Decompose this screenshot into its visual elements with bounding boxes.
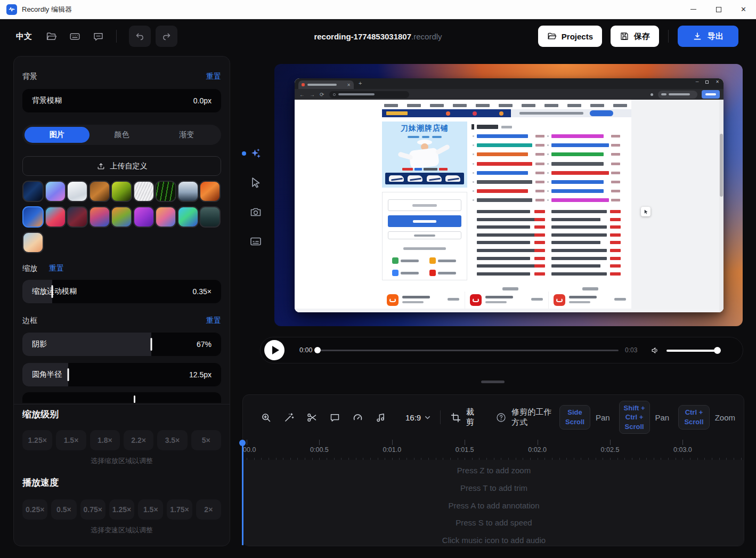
zoom-level-button[interactable]: 2.2× [124, 430, 153, 450]
wallpaper-thumbnail[interactable] [199, 181, 221, 202]
background-reset-link[interactable]: 重置 [206, 72, 221, 82]
wallpaper-thumbnail[interactable] [45, 181, 66, 202]
music-icon[interactable] [375, 412, 386, 423]
aspect-ratio-dropdown[interactable]: 16:9 [405, 413, 432, 422]
timeline-zoom-icon[interactable] [261, 412, 272, 423]
browser-tab: ✕ [298, 80, 354, 89]
wallpaper-thumbnail[interactable] [45, 206, 66, 228]
background-blur-slider[interactable]: 背景模糊 0.0px [22, 89, 221, 112]
login-help-text [403, 247, 446, 250]
wallpaper-thumbnail[interactable] [67, 206, 88, 228]
speed-button[interactable]: 2× [196, 499, 221, 520]
volume-icon[interactable] [651, 345, 661, 355]
cursor-tool[interactable] [249, 176, 262, 189]
page-bottom-strip [295, 309, 724, 312]
timeline-hint-area[interactable]: Press Z to add zoomPress T to add trimPr… [243, 460, 744, 546]
pagination-next [582, 287, 598, 290]
annotation-icon[interactable] [329, 412, 340, 423]
zoom-level-button[interactable]: 1.5× [56, 430, 86, 450]
wallpaper-grid [22, 181, 221, 253]
shortcut-action: Pan [596, 413, 610, 422]
link-row [472, 180, 622, 186]
caption-tool[interactable] [249, 235, 262, 248]
wallpaper-thumbnail[interactable] [155, 206, 176, 228]
background-type-tab[interactable]: 渐变 [154, 127, 219, 143]
magic-wand-icon[interactable] [283, 412, 295, 423]
speed-button[interactable]: 1.75× [167, 499, 192, 520]
panel-resize-handle[interactable] [481, 381, 505, 383]
wallpaper-thumbnail[interactable] [22, 181, 44, 202]
playback-bar: 0:00 0:03 [260, 337, 743, 363]
upload-custom-button[interactable]: 上传自定义 [22, 156, 221, 176]
playhead-line[interactable] [242, 444, 243, 545]
speed-button[interactable]: 0.5× [51, 499, 76, 520]
wallpaper-thumbnail[interactable] [89, 181, 110, 202]
speed-button[interactable]: 0.25× [22, 499, 47, 520]
close-button[interactable]: ✕ [731, 0, 756, 19]
zoom-level-button[interactable]: 1.25× [22, 430, 52, 450]
wallpaper-thumbnail[interactable] [155, 181, 176, 202]
maximize-button[interactable] [706, 0, 731, 19]
zoom-motion-blur-slider[interactable]: 缩放运动模糊 0.35× [22, 280, 221, 303]
wallpaper-thumbnail[interactable] [133, 181, 155, 202]
zoom-reset-link[interactable]: 重置 [49, 264, 64, 273]
wallpaper-thumbnail[interactable] [177, 206, 199, 228]
link-row [472, 189, 622, 195]
link-row [472, 171, 622, 177]
zoom-level-button[interactable]: 5× [191, 430, 221, 450]
wallpaper-thumbnail[interactable] [111, 206, 132, 228]
register-button [388, 231, 461, 239]
border-reset-link[interactable]: 重置 [206, 316, 221, 326]
timeline-hint: Press Z to add zoom [243, 466, 744, 475]
zoom-level-options: 1.25×1.5×1.8×2.2×3.5×5× [22, 430, 221, 450]
background-type-tab[interactable]: 图片 [25, 127, 90, 143]
wallpaper-thumbnail[interactable] [111, 181, 132, 202]
service-icon [392, 257, 399, 264]
wallpaper-thumbnail[interactable] [67, 181, 88, 202]
extension-icon [651, 93, 653, 96]
shop-subtitle [382, 136, 467, 138]
speed-gauge-icon[interactable] [352, 412, 363, 423]
link-row [472, 143, 622, 149]
zoom-level-button[interactable]: 1.8× [90, 430, 120, 450]
zoom-level-button[interactable]: 3.5× [157, 430, 187, 450]
scissors-icon[interactable] [306, 412, 318, 423]
border-slider[interactable]: 圆角半径 12.5px [22, 363, 221, 386]
export-button[interactable]: 导出 [678, 26, 738, 47]
seek-track[interactable] [317, 350, 619, 351]
clipped-slider[interactable] [22, 392, 221, 403]
play-button[interactable] [264, 340, 284, 360]
trim-help-button[interactable]: 修剪的工作方式 [495, 407, 559, 427]
project-filename: recording-1774853031807 [314, 32, 411, 41]
video-preview-canvas[interactable]: ✕ + ─✕ ←→⟳ [274, 64, 743, 326]
speed-button[interactable]: 1.5× [138, 499, 163, 520]
speed-button[interactable]: 0.75× [80, 499, 105, 520]
minimize-button[interactable] [681, 0, 706, 19]
scrollbar-thumb [720, 134, 723, 197]
wallpaper-thumbnail[interactable] [177, 181, 199, 202]
wallpaper-thumbnail[interactable] [199, 206, 221, 228]
software-row [472, 248, 622, 255]
speed-button[interactable]: 1.25× [109, 499, 134, 520]
timeline-ruler[interactable]: 0:00.00:00.50:01.00:01.50:02.00:02.50:03… [247, 439, 742, 461]
seek-handle[interactable] [314, 347, 321, 353]
background-type-tab[interactable]: 颜色 [90, 127, 155, 143]
volume-track[interactable] [666, 350, 718, 352]
camera-tool[interactable] [249, 206, 262, 219]
border-slider[interactable]: 阴影 67% [22, 333, 221, 356]
wallpaper-thumbnail[interactable] [89, 206, 110, 228]
favicon [302, 83, 305, 86]
crop-button[interactable]: 裁剪 [450, 407, 478, 427]
wallpaper-thumbnail[interactable] [133, 206, 155, 228]
shortcut-item: Side Scroll Pan [559, 405, 619, 429]
save-button[interactable]: 保存 [611, 26, 659, 47]
shortcut-keys: Shift + Ctrl + Scroll [619, 401, 650, 434]
ruler-major-tick [538, 440, 538, 445]
page-banner [382, 109, 631, 117]
ai-sparkle-tool[interactable] [249, 147, 262, 160]
wallpaper-thumbnail[interactable] [22, 232, 44, 253]
wallpaper-thumbnail[interactable] [22, 206, 44, 228]
volume-handle[interactable] [714, 347, 721, 354]
projects-button[interactable]: Projects [538, 26, 602, 47]
active-indicator-dot [242, 151, 246, 156]
